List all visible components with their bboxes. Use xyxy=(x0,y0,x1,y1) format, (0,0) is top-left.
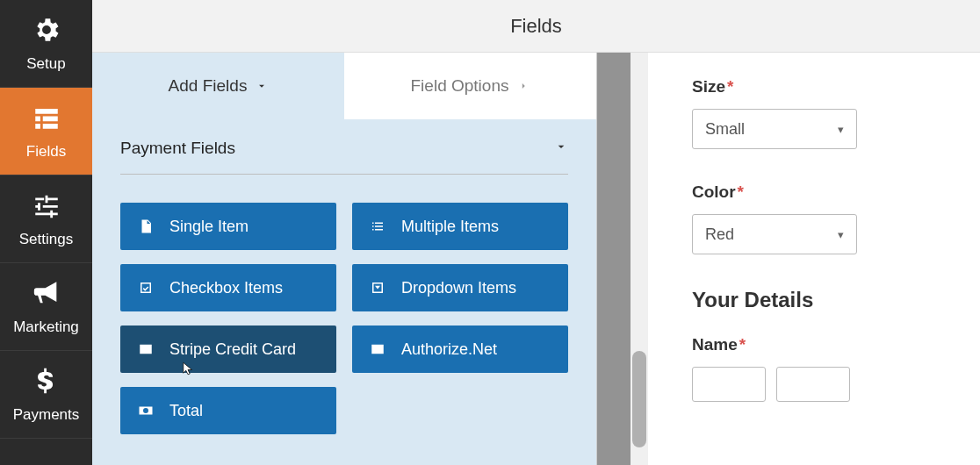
size-select[interactable]: Small ▾ xyxy=(692,109,857,149)
field-label: Color xyxy=(692,182,736,201)
field-single-item[interactable]: Single Item xyxy=(120,203,336,250)
sidebar-item-label: Settings xyxy=(19,231,73,248)
chevron-down-icon xyxy=(554,139,568,158)
preview-field-name: Name* xyxy=(692,335,948,402)
sidebar-item-fields[interactable]: Fields xyxy=(0,88,92,175)
preview-field-color: Color* Red ▾ xyxy=(692,182,948,254)
field-label: Dropdown Items xyxy=(401,279,516,297)
field-total[interactable]: Total xyxy=(120,387,336,434)
sidebar-item-label: Marketing xyxy=(13,318,79,336)
required-marker: * xyxy=(739,335,746,354)
chevron-right-icon xyxy=(517,80,530,92)
sidebar-item-label: Fields xyxy=(26,143,66,161)
sidebar-item-settings[interactable]: Settings xyxy=(0,175,92,263)
field-stripe-credit-card[interactable]: Stripe Credit Card xyxy=(120,326,336,373)
section-payment-fields[interactable]: Payment Fields xyxy=(120,135,568,175)
bullhorn-icon xyxy=(32,278,61,318)
dropdown-icon xyxy=(368,278,387,297)
field-label: Total xyxy=(169,402,203,420)
field-label: Single Item xyxy=(169,218,249,236)
sliders-icon xyxy=(32,190,61,231)
section-heading: Your Details xyxy=(692,288,948,312)
chevron-down-icon xyxy=(256,80,268,92)
money-icon xyxy=(136,401,155,420)
select-value: Small xyxy=(705,120,745,139)
tab-add-fields[interactable]: Add Fields xyxy=(92,53,344,119)
form-preview: Size* Small ▾ Color* Red ▾ xyxy=(648,53,980,465)
field-label: Authorize.Net xyxy=(401,340,497,359)
gear-icon xyxy=(32,15,61,55)
field-multiple-items[interactable]: Multiple Items xyxy=(352,203,568,250)
section-title: Payment Fields xyxy=(120,139,235,158)
field-label: Checkbox Items xyxy=(169,279,283,297)
field-label: Stripe Credit Card xyxy=(169,340,296,359)
page-title-bar: Fields xyxy=(92,0,980,53)
chevron-down-icon: ▾ xyxy=(838,123,844,136)
field-authorize-net[interactable]: Authorize.Net xyxy=(352,326,568,373)
cursor-icon xyxy=(180,361,196,376)
checkbox-icon xyxy=(136,278,155,297)
sidebar-item-label: Setup xyxy=(26,55,65,73)
field-label: Name xyxy=(692,335,738,354)
page-title: Fields xyxy=(510,15,562,38)
tab-field-options[interactable]: Field Options xyxy=(344,53,596,119)
credit-card-icon xyxy=(136,340,155,359)
first-name-input[interactable] xyxy=(692,367,766,402)
chevron-down-icon: ▾ xyxy=(838,228,844,241)
sidebar-item-payments[interactable]: Payments xyxy=(0,351,92,439)
list-icon xyxy=(32,103,61,143)
field-dropdown-items[interactable]: Dropdown Items xyxy=(352,264,568,311)
credit-card-icon xyxy=(368,340,387,359)
last-name-input[interactable] xyxy=(776,367,850,402)
required-marker: * xyxy=(738,182,744,201)
field-label: Multiple Items xyxy=(401,218,499,236)
file-icon xyxy=(136,217,155,236)
tab-label: Field Options xyxy=(411,76,509,96)
field-checkbox-items[interactable]: Checkbox Items xyxy=(120,264,336,311)
builder-panel: Add Fields Field Options Payment Fields xyxy=(92,53,597,465)
sidebar-item-label: Payments xyxy=(13,406,80,424)
required-marker: * xyxy=(727,77,733,96)
sidebar-item-marketing[interactable]: Marketing xyxy=(0,263,92,351)
sidebar-item-setup[interactable]: Setup xyxy=(0,0,92,88)
select-value: Red xyxy=(705,225,734,244)
field-label: Size xyxy=(692,77,725,96)
tab-label: Add Fields xyxy=(169,76,248,96)
scrollbar-thumb[interactable] xyxy=(632,351,646,447)
dollar-icon xyxy=(32,366,61,406)
color-select[interactable]: Red ▾ xyxy=(692,214,857,254)
preview-field-size: Size* Small ▾ xyxy=(692,77,948,149)
preview-scrollbar[interactable] xyxy=(597,53,648,465)
sidebar: Setup Fields Settings Marketing Payments xyxy=(0,0,92,465)
list-icon xyxy=(368,217,387,236)
